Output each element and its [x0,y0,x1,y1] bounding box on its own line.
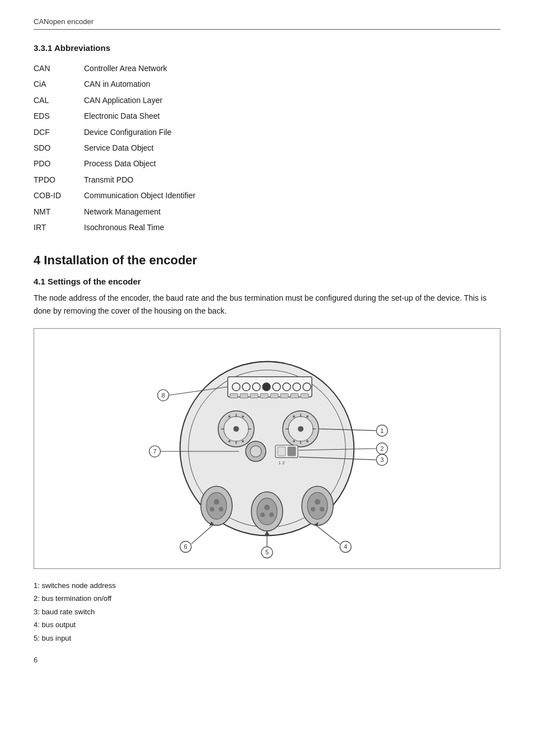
abbrev-full: Communication Object Identifier [84,188,500,203]
svg-rect-45 [288,447,296,456]
list-item: 3: baud rate switch [34,605,500,618]
abbrev-full: CAN in Automation [84,76,500,92]
abbrev-short: SDO [34,140,84,156]
svg-point-21 [233,426,239,432]
svg-text:1  2: 1 2 [279,460,285,465]
svg-line-79 [191,524,214,544]
abbrev-full: Device Configuration File [84,124,500,140]
abbrev-short: IRT [34,220,84,235]
svg-point-59 [315,499,320,505]
svg-point-40 [306,440,308,442]
svg-rect-11 [230,394,238,398]
abbrev-full: Electronic Data Sheet [84,108,500,124]
svg-rect-44 [278,447,285,456]
table-row: CANController Area Network [34,60,500,76]
svg-point-39 [293,440,295,442]
page: CANopen encoder 3.3.1 Abbreviations CANC… [0,0,534,756]
svg-point-37 [293,416,295,418]
svg-rect-16 [280,394,288,398]
svg-point-55 [260,512,265,517]
svg-rect-13 [250,394,258,398]
abbrev-full: Process Data Object [84,156,500,171]
svg-rect-17 [291,394,298,398]
table-row: DCFDevice Configuration File [34,124,500,140]
svg-point-56 [269,512,274,517]
abbrev-full: CAN Application Layer [84,92,500,108]
svg-point-51 [219,507,223,511]
table-row: NMTNetwork Management [34,204,500,220]
svg-point-27 [242,416,244,418]
svg-text:8: 8 [161,392,165,399]
svg-point-58 [307,492,327,519]
svg-point-48 [207,492,227,519]
svg-point-26 [228,416,231,418]
table-row: EDSElectronic Data Sheet [34,108,500,124]
table-row: TPDOTransmit PDO [34,172,500,188]
abbrev-short: NMT [34,204,84,220]
abbrev-short: TPDO [34,172,84,188]
abbrev-full: Network Management [84,204,500,220]
page-header: CANopen encoder [34,17,500,30]
table-row: COB-IDCommunication Object Identifier [34,188,500,203]
abbrev-short: COB-ID [34,188,84,203]
svg-text:4: 4 [344,544,347,550]
list-item: 4: bus output [34,618,500,631]
table-row: PDOProcess Data Object [34,156,500,171]
svg-point-29 [242,440,244,442]
abbrev-short: DCF [34,124,84,140]
svg-text:1: 1 [380,427,383,434]
list-item: 5: bus input [34,632,500,645]
table-row: CiACAN in Automation [34,76,500,92]
table-row: SDOService Data Object [34,140,500,156]
svg-text:2: 2 [380,445,383,452]
section-4-1-title: 4.1 Settings of the encoder [34,277,500,286]
abbrev-short: CAL [34,92,84,108]
svg-point-60 [311,507,315,511]
abbrev-full: Controller Area Network [84,60,500,76]
svg-point-38 [306,416,308,418]
svg-point-49 [214,499,219,505]
svg-point-6 [263,383,270,391]
svg-rect-12 [240,394,248,398]
svg-text:5: 5 [265,549,269,556]
svg-text:3: 3 [380,456,383,463]
svg-point-50 [210,507,214,511]
svg-point-32 [298,426,303,432]
abbrev-full: Isochronous Real Time [84,220,500,235]
abbrev-short: CAN [34,60,84,76]
abbrev-full: Transmit PDO [84,172,500,188]
svg-point-42 [250,446,261,457]
table-row: CALCAN Application Layer [34,92,500,108]
section-3-3-1-title: 3.3.1 Abbreviations [34,43,500,53]
svg-text:7: 7 [153,448,156,455]
svg-point-53 [257,498,277,525]
abbrev-short: PDO [34,156,84,171]
table-row: IRTIsochronous Real Time [34,220,500,235]
svg-point-54 [264,505,270,510]
svg-line-87 [315,524,340,544]
svg-point-28 [228,440,231,442]
svg-rect-14 [260,394,268,398]
list-item: 2: bus termination on/off [34,592,500,605]
abbrev-full: Service Data Object [84,140,500,156]
caption-list: 1: switches node address2: bus terminati… [34,579,500,645]
page-header-title: CANopen encoder [34,17,93,26]
encoder-diagram: 1 2 8 1 [34,328,500,569]
svg-text:6: 6 [184,544,188,550]
svg-point-61 [320,507,324,511]
list-item: 1: switches node address [34,579,500,592]
section-4-1-body: The node address of the encoder, the bau… [34,292,500,317]
abbreviations-table: CANController Area NetworkCiACAN in Auto… [34,60,500,235]
abbrev-short: EDS [34,108,84,124]
page-number: 6 [34,656,500,664]
section-4-title: 4 Installation of the encoder [34,253,500,268]
svg-rect-15 [270,394,278,398]
abbrev-short: CiA [34,76,84,92]
svg-rect-18 [301,394,308,398]
